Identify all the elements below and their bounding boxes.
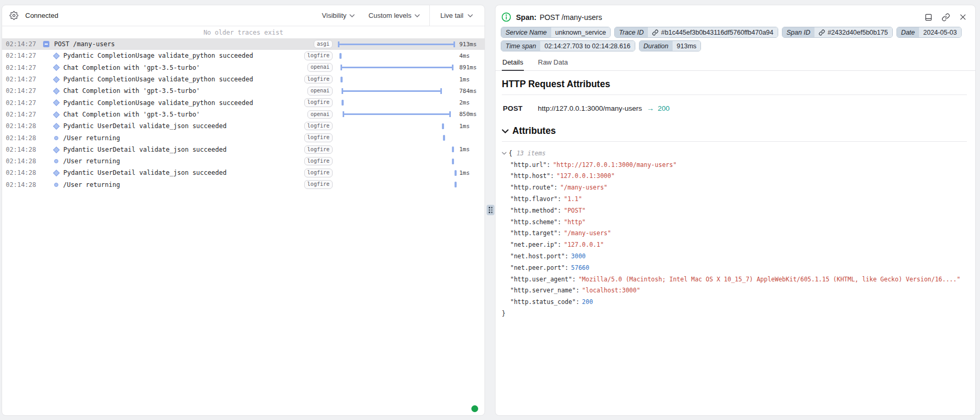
span-name: Pydantic CompletionUsage validate_python…	[64, 99, 304, 107]
meta-badge-text: 2024-05-03	[923, 29, 957, 36]
trace-row[interactable]: 02:14:27Chat Completion with 'gpt-3.5-tu…	[2, 62, 484, 74]
duration-timeline	[338, 50, 456, 61]
json-colon: :	[576, 287, 580, 294]
trace-row[interactable]: 02:14:28/User returninglogfire	[2, 179, 484, 191]
json-value: "POST"	[564, 207, 586, 214]
json-value: 3000	[571, 253, 586, 260]
json-key: "http.route"	[510, 184, 554, 191]
meta-badge-value: #b1c445ef3b0b43116df5760ffb470a94	[648, 27, 778, 37]
json-entry: "http.route":"/many-users"	[502, 182, 967, 193]
meta-badge-label: Span ID	[782, 27, 814, 37]
json-key: "http.url"	[510, 161, 546, 169]
json-entry: "http.host":"127.0.0.1:3000"	[502, 171, 967, 182]
json-value: "127.0.0.1"	[564, 241, 604, 248]
json-colon: :	[558, 195, 561, 203]
span-name: Pydantic UserDetail validate_json succee…	[64, 169, 304, 176]
settings-gear-icon[interactable]	[9, 11, 18, 20]
link-icon[interactable]	[652, 29, 658, 36]
json-value: "127.0.0.1:3000"	[556, 172, 615, 180]
meta-badge-text: #2432d40ef5b0b175	[828, 29, 888, 36]
duration-tick	[455, 182, 457, 187]
scope-tag-badge: logfire	[304, 75, 333, 84]
span-meta-badges: Service Nameunknown_serviceTrace ID#b1c4…	[496, 27, 975, 51]
duration-label: 891ms	[459, 64, 482, 71]
badge-row: Service Nameunknown_serviceTrace ID#b1c4…	[501, 27, 975, 38]
close-icon[interactable]	[959, 13, 967, 21]
meta-badge-text: 913ms	[677, 43, 697, 50]
link-icon[interactable]	[819, 29, 825, 36]
scope-tag-badge: openai	[307, 87, 333, 96]
tab-raw-data[interactable]: Raw Data	[538, 56, 569, 70]
tag-cell: logfire	[304, 98, 333, 107]
items-count: 13 items	[517, 150, 545, 157]
duration-label: 913ms	[459, 41, 482, 48]
json-entry: "http.server_name":"localhost:3000"	[502, 285, 967, 297]
duration-tick	[452, 159, 454, 164]
live-tail-dropdown[interactable]: Live tail	[429, 5, 484, 26]
duration-tick	[443, 135, 445, 141]
json-key: "http.server_name"	[510, 287, 576, 294]
json-colon: :	[572, 276, 576, 283]
json-colon: :	[558, 229, 561, 237]
duration-label: 850ms	[459, 111, 482, 118]
duration-timeline	[338, 109, 456, 120]
panel-resize-handle[interactable]	[487, 205, 494, 215]
dock-panel-icon[interactable]	[924, 13, 933, 22]
meta-badge-span-id: Span ID#2432d40ef5b0b175	[782, 27, 893, 38]
trace-list-header: Connected Visibility Custom levels Live …	[2, 5, 484, 26]
trace-row[interactable]: 02:14:28Pydantic UserDetail validate_jso…	[2, 144, 484, 155]
duration-timeline	[338, 144, 456, 155]
tag-cell: logfire	[304, 157, 333, 166]
trace-row[interactable]: 02:14:27POST /many-usersasgi913ms	[2, 38, 484, 50]
trace-row-timestamp: 02:14:27	[6, 99, 40, 107]
collapse-toggle-icon[interactable]	[502, 152, 507, 155]
trace-row[interactable]: 02:14:27Pydantic CompletionUsage validat…	[2, 97, 484, 108]
visibility-label: Visibility	[322, 12, 347, 19]
json-open-line: { 13 items	[502, 148, 967, 159]
log-circle-icon	[54, 159, 58, 163]
duration-label: 1ms	[459, 76, 482, 83]
trace-row[interactable]: 02:14:27Chat Completion with 'gpt-3.5-tu…	[2, 85, 484, 97]
duration-tick	[342, 100, 344, 106]
json-colon: :	[558, 218, 561, 226]
chevron-down-icon	[349, 14, 355, 17]
collapse-toggle-icon[interactable]	[43, 41, 49, 47]
meta-badge-label: Trace ID	[615, 27, 648, 37]
json-entry: "http.status_code":200	[502, 296, 967, 308]
trace-row[interactable]: 02:14:28/User returninglogfire	[2, 155, 484, 167]
trace-row[interactable]: 02:14:28/User returninglogfire	[2, 132, 484, 143]
scope-tag-badge: logfire	[304, 122, 333, 131]
trace-row[interactable]: 02:14:28Pydantic UserDetail validate_jso…	[2, 167, 484, 178]
span-diamond-icon	[53, 100, 59, 106]
connection-status: Connected	[25, 12, 58, 19]
json-colon: :	[558, 241, 561, 248]
json-colon: :	[546, 161, 550, 169]
trace-row-timestamp: 02:14:28	[6, 134, 40, 142]
duration-bar	[342, 90, 442, 92]
attributes-heading[interactable]: Attributes	[502, 125, 967, 142]
custom-levels-dropdown[interactable]: Custom levels	[368, 12, 420, 19]
trace-row[interactable]: 02:14:27Pydantic CompletionUsage validat…	[2, 74, 484, 85]
json-close-line: }	[502, 308, 967, 319]
trace-row-timestamp: 02:14:27	[6, 52, 40, 59]
duration-timeline	[338, 62, 456, 74]
copy-link-icon[interactable]	[942, 13, 950, 22]
open-brace: {	[509, 150, 512, 157]
trace-row-timestamp: 02:14:28	[6, 169, 40, 176]
trace-row[interactable]: 02:14:27Pydantic CompletionUsage validat…	[2, 50, 484, 61]
json-key: "net.peer.port"	[510, 264, 565, 271]
json-key: "http.flavor"	[510, 195, 558, 203]
trace-row-timestamp: 02:14:28	[6, 122, 40, 130]
trace-row-timestamp: 02:14:28	[6, 181, 40, 188]
visibility-dropdown[interactable]: Visibility	[322, 12, 355, 19]
trace-row[interactable]: 02:14:27Chat Completion with 'gpt-3.5-tu…	[2, 109, 484, 120]
tab-details[interactable]: Details	[502, 56, 524, 71]
trace-row[interactable]: 02:14:28Pydantic UserDetail validate_jso…	[2, 120, 484, 132]
trace-row-timestamp: 02:14:27	[6, 40, 40, 48]
http-request-row: POST http://127.0.0.1:3000/many-users → …	[503, 104, 967, 112]
span-name: /User returning	[63, 134, 304, 142]
duration-timeline	[338, 120, 456, 132]
scope-tag-badge: logfire	[304, 169, 333, 177]
json-entry: "http.target":"/many-users"	[502, 228, 967, 239]
scope-tag-badge: logfire	[304, 51, 333, 60]
